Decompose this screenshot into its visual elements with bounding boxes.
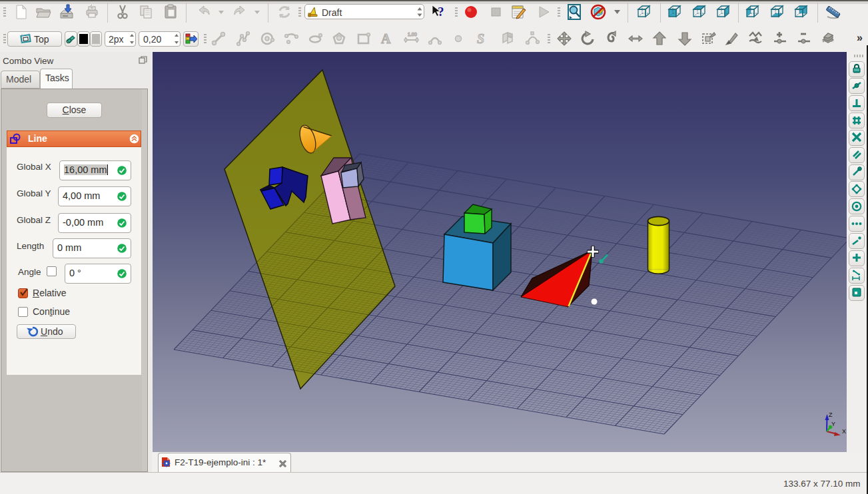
svg-text:X: X bbox=[842, 428, 846, 435]
svg-text:Z: Z bbox=[829, 411, 833, 418]
svg-text:Y: Y bbox=[831, 421, 835, 427]
svg-text:A: A bbox=[381, 31, 391, 46]
svg-text:1.00: 1.00 bbox=[408, 32, 417, 37]
svg-text:S: S bbox=[477, 31, 484, 46]
